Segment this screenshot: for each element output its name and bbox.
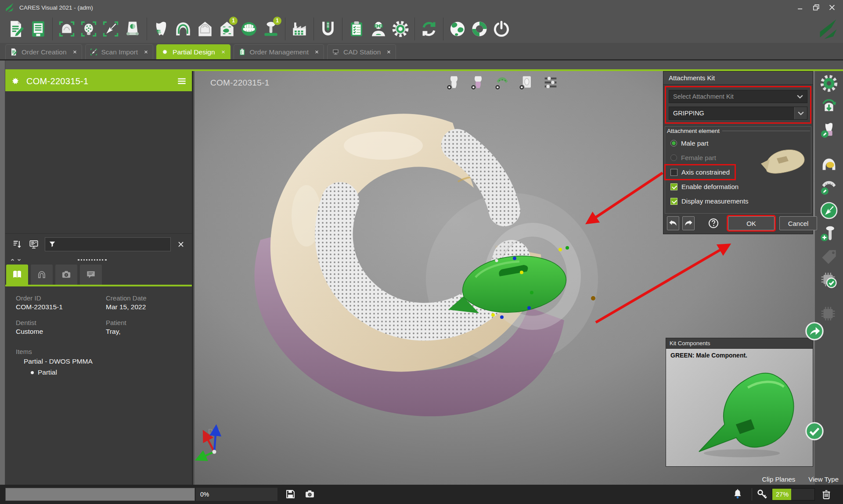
redo-button[interactable] [682,216,695,230]
cancel-button[interactable]: Cancel [779,216,817,230]
screenshot-icon[interactable] [304,488,316,500]
left-rail[interactable] [0,61,5,485]
doc-edit-button[interactable] [5,17,27,41]
sidebar-pin-add-button[interactable] [818,223,839,244]
globe-button[interactable] [447,17,468,41]
apply-to-cad-button[interactable] [804,321,825,341]
import-green-icon [819,200,839,221]
clear-filter-button[interactable] [176,239,186,249]
status-message-field[interactable] [5,488,195,501]
option-enable-deformation[interactable]: Enable deformation [665,179,739,194]
option-male-part[interactable]: Male part [665,136,709,150]
sub-item-entry[interactable]: Partial [16,368,187,376]
item-entry[interactable]: Partial - DWOS PMMA [16,357,187,365]
radio-male-part[interactable] [670,140,677,147]
kit-value-select[interactable]: GRIPPING [669,107,807,120]
crown-button[interactable] [150,17,172,41]
sidebar-insertion-button[interactable] [818,96,839,117]
status-bar: 0% 27% [0,485,843,504]
collapse-up-icon[interactable] [10,257,15,263]
sidebar-partial-edit-button[interactable] [818,177,839,198]
toggle-vis-partial[interactable] [493,73,512,92]
milling-bur-button[interactable] [317,17,339,41]
display-mode-button[interactable] [28,239,40,250]
view-type-button[interactable]: View Type [808,475,839,483]
toggle-vis-object[interactable] [517,73,536,92]
tab-order-creation[interactable]: Order Creation [5,44,82,59]
tab-images[interactable] [55,265,77,285]
attachment-kit-select[interactable]: Select Attachment Kit [669,90,807,103]
trash-icon[interactable] [820,488,832,500]
tab-close-button[interactable] [314,49,320,55]
power-button[interactable] [490,17,512,41]
ok-button[interactable]: OK [728,216,775,230]
tab-order-details[interactable] [6,265,28,285]
dentures-button[interactable] [238,17,260,41]
tab-close-button[interactable] [72,49,78,55]
checkbox-display-measurements[interactable] [670,198,677,205]
factory-button[interactable] [288,17,310,41]
toggle-vis-cast-pink[interactable] [469,73,487,92]
arch-green-button[interactable] [172,17,194,41]
scan-arch-button[interactable] [56,17,78,41]
license-key-icon[interactable] [756,488,768,500]
user-button[interactable] [367,17,389,41]
save-icon[interactable] [285,488,296,500]
collapse-down-icon[interactable] [16,257,22,263]
option-axis-constrained[interactable]: Axis constrained [665,165,735,179]
order-list[interactable] [5,91,192,234]
drag-handle[interactable] [78,259,107,261]
tab-scan-import[interactable]: Scan Import [85,44,154,59]
milling-tool-button[interactable]: 1 [260,17,282,41]
clipboard-button[interactable] [346,17,367,41]
help-button[interactable] [707,217,720,229]
clip-planes-button[interactable]: Clip Planes [762,475,795,483]
gear-button[interactable] [389,17,411,41]
brand-logo-icon [817,18,839,40]
tab-cad-station[interactable]: CAD Station [327,44,396,59]
scanner-button[interactable] [122,17,144,41]
radio-female-part[interactable] [670,154,677,161]
confirm-step-button[interactable] [804,421,825,441]
option-display-measurements[interactable]: Display measurements [665,194,749,208]
male-component-render [675,364,805,464]
scan-import-button[interactable] [100,17,122,41]
undo-button[interactable] [667,216,679,230]
count-badge: 1 [229,17,238,25]
tab-comments[interactable] [80,265,102,285]
sync-button[interactable] [418,17,440,41]
sidebar-import-green-button[interactable] [818,200,839,221]
scan-object-button[interactable] [78,17,100,41]
filter-input[interactable] [45,237,171,251]
checkbox-enable-deformation[interactable] [670,183,677,190]
sidebar-crown-edit-button[interactable] [818,119,839,140]
order-menu-button[interactable] [176,75,187,87]
close-button[interactable] [825,2,839,13]
doc-green-button[interactable] [27,17,49,41]
arch-circuit-button[interactable]: 1 [216,17,238,41]
kit-components-panel: Kit Components GREEN: Male Component. [666,338,813,467]
tab-close-button[interactable] [220,49,226,55]
sort-button[interactable] [11,239,23,250]
minimize-button[interactable] [794,2,807,13]
checkbox-axis-constrained[interactable] [670,169,677,176]
tab-partial-design[interactable]: Partial Design [156,44,231,59]
tab-close-button[interactable] [143,49,149,55]
panel-splitter[interactable] [5,255,192,265]
order-header: COM-220315-1 [5,71,192,91]
notifications-icon[interactable] [731,488,744,500]
sidebar-chip-check-button[interactable] [818,270,839,291]
tab-restorations[interactable] [31,265,53,285]
toggle-vis-cast[interactable] [445,73,463,92]
sidebar-gear-green-button[interactable] [818,73,839,94]
list-toolbar [5,234,192,255]
lifebuoy-button[interactable] [468,17,490,41]
restore-button[interactable] [810,2,823,13]
tab-order-management[interactable]: Order Management [234,44,324,59]
sidebar-denture-occlusion-button[interactable] [818,154,839,175]
toggle-sliders[interactable] [541,73,560,92]
option-female-part[interactable]: Female part [665,150,716,165]
arch-plain-button[interactable] [194,17,216,41]
kit-value-dropdown-button[interactable] [794,107,807,119]
tab-close-button[interactable] [386,49,392,55]
